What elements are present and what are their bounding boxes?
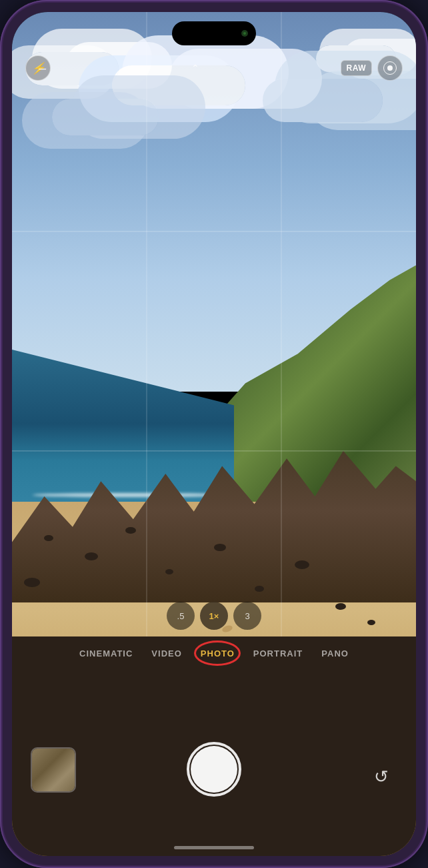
top-controls: ⚡̶ ⌃ RAW xyxy=(12,55,416,81)
screen: ⚡̶ ⌃ RAW .5 1× xyxy=(12,12,416,856)
flash-button[interactable]: ⚡̶ xyxy=(25,55,51,81)
zoom-05-button[interactable]: .5 xyxy=(167,602,195,630)
dynamic-island xyxy=(172,21,256,45)
front-camera-dot xyxy=(241,30,248,37)
flip-icon: ↺ xyxy=(374,767,389,787)
right-controls: RAW xyxy=(341,55,403,81)
mode-selector: CINEMATIC VIDEO PHOTO PORTRAIT PANO xyxy=(12,636,416,671)
flash-off-icon: ⚡̶ xyxy=(31,61,45,75)
rock-3 xyxy=(125,527,136,534)
raw-button[interactable]: RAW xyxy=(341,60,373,76)
mode-portrait[interactable]: PORTRAIT xyxy=(252,646,304,661)
rock-9 xyxy=(24,578,40,587)
rock-2 xyxy=(85,552,98,560)
zoom-05-label: .5 xyxy=(177,611,185,621)
zoom-controls: .5 1× 3 xyxy=(12,602,416,636)
home-indicator xyxy=(174,846,254,849)
cloud-5 xyxy=(263,79,383,122)
chevron-up-icon[interactable]: ⌃ xyxy=(191,63,199,73)
zoom-1x-label: 1× xyxy=(209,611,219,621)
shutter-inner xyxy=(191,746,237,793)
rock-5 xyxy=(214,544,226,551)
mode-video[interactable]: VIDEO xyxy=(150,646,183,661)
rock-6 xyxy=(255,586,264,592)
live-dot-inner xyxy=(387,65,393,71)
thumbnail-image xyxy=(32,749,75,791)
photo-selected-circle xyxy=(194,640,241,666)
live-photo-button[interactable] xyxy=(377,55,403,81)
last-photo-thumbnail[interactable] xyxy=(31,747,76,793)
zoom-3-label: 3 xyxy=(245,611,249,621)
cloud-4 xyxy=(52,99,159,135)
mode-pano[interactable]: PANO xyxy=(320,646,350,661)
top-center-controls: ⌃ xyxy=(191,63,199,73)
zoom-1x-button[interactable]: 1× xyxy=(200,602,228,630)
shutter-area: ↺ xyxy=(12,742,416,797)
zoom-3x-button[interactable]: 3 xyxy=(233,602,261,630)
shutter-button[interactable] xyxy=(187,742,241,797)
mode-cinematic[interactable]: CINEMATIC xyxy=(78,646,134,661)
live-dot-outer xyxy=(383,61,397,75)
mode-photo[interactable]: PHOTO xyxy=(199,646,236,661)
phone-frame: ⚡̶ ⌃ RAW .5 1× xyxy=(0,0,428,868)
flip-camera-button[interactable]: ↺ xyxy=(365,761,397,793)
